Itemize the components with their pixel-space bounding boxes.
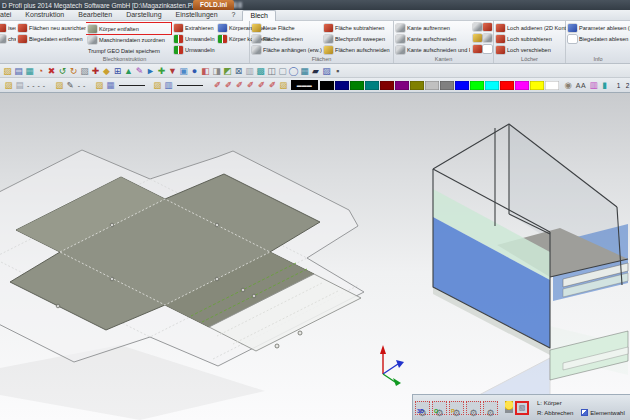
tool-icon-28[interactable]: ▦: [299, 65, 310, 77]
ribbon-button-koerper-entfalten[interactable]: Körper entfalten: [86, 23, 171, 34]
line-style-preview[interactable]: - - - -: [27, 82, 46, 89]
filter-point-icon[interactable]: ⚙P: [449, 401, 464, 415]
ribbon-button-flaechen-aufschneiden[interactable]: Flächen aufschneiden: [322, 44, 392, 55]
page-icon[interactable]: ▤: [14, 79, 25, 91]
edge-tool-icon[interactable]: [483, 45, 492, 53]
filter-3d-icon[interactable]: ⚙3D: [415, 401, 430, 415]
edge-tool-icon[interactable]: [473, 23, 482, 31]
tool-icon-29[interactable]: ▰: [310, 65, 321, 77]
menu-bearbeiten[interactable]: Bearbeiten: [71, 10, 119, 20]
tool-icon-13[interactable]: ✎: [134, 65, 145, 77]
tool-icon-14[interactable]: ►: [145, 65, 156, 77]
tool-icon-7[interactable]: ↻: [68, 65, 79, 77]
tool-icon-25[interactable]: ◫: [266, 65, 277, 77]
menu-hilfe[interactable]: ?: [225, 10, 243, 20]
layer-folder-icon[interactable]: ▨: [3, 79, 14, 91]
ribbon-button-flaechen-neu-ausrichten[interactable]: Flächen neu ausrichten: [16, 22, 86, 33]
line-width-display[interactable]: ▬▬▬: [291, 80, 318, 90]
tool-icon-6[interactable]: ↺: [57, 65, 68, 77]
color-swatch[interactable]: [515, 81, 529, 90]
tool-icon-11[interactable]: ⊞: [112, 65, 123, 77]
ribbon-button-parameter-ablesen[interactable]: Parameter ablesen (Faltt: [566, 22, 630, 33]
line-width-preview[interactable]: [119, 85, 145, 86]
menu-datei[interactable]: Datei: [0, 10, 18, 20]
separator-icon[interactable]: ▮: [599, 79, 610, 91]
layer-folder-icon[interactable]: ▨: [54, 79, 65, 91]
filter-mesh-icon[interactable]: ⚙: [483, 401, 498, 415]
tool-icon-4[interactable]: ◔: [35, 65, 46, 77]
filter-solid-icon[interactable]: ⚙: [466, 401, 481, 415]
style-icon[interactable]: ▥: [163, 79, 174, 91]
globe-icon[interactable]: ◉: [563, 79, 574, 91]
ribbon-button-loch-subtrahieren[interactable]: Loch subtrahieren: [494, 33, 566, 44]
tool-icon-5[interactable]: ✖: [46, 65, 57, 77]
line-style-preview[interactable]: - -: [78, 82, 86, 89]
tool-icon-24[interactable]: ▩: [255, 65, 266, 77]
color-swatch[interactable]: [425, 81, 439, 90]
ribbon-button-extrahieren[interactable]: Extrahieren: [172, 22, 216, 33]
color-swatch[interactable]: [440, 81, 454, 90]
tool-icon-30[interactable]: ▨: [321, 65, 332, 77]
color-swatch[interactable]: [410, 81, 424, 90]
tool-icon-16[interactable]: ▼: [167, 65, 178, 77]
tool-icon-8[interactable]: ▧: [79, 65, 90, 77]
color-swatch[interactable]: [335, 81, 349, 90]
ribbon-button-flaeche-editieren[interactable]: Fläche editieren: [250, 33, 322, 44]
redline-tool-icon[interactable]: ✐: [234, 79, 245, 91]
font-style-icon[interactable]: AA: [576, 82, 586, 89]
edge-tool-icon[interactable]: [483, 34, 492, 42]
edge-tool-icon[interactable]: [483, 23, 492, 31]
tool-icon-19[interactable]: ◧: [200, 65, 211, 77]
redline-tool-icon[interactable]: ✐: [256, 79, 267, 91]
tool-icon-22[interactable]: ⊠: [233, 65, 244, 77]
ribbon-button-kante-aufschneiden-flaeche[interactable]: Kante aufschneiden und Fläche anhängen: [394, 44, 470, 55]
color-swatch[interactable]: [455, 81, 469, 90]
color-swatch[interactable]: [320, 81, 334, 90]
pen-number[interactable]: 2: [623, 82, 630, 89]
layer-folder-icon[interactable]: ▨: [278, 79, 289, 91]
pen-number[interactable]: 1: [614, 82, 623, 89]
menu-einstellungen[interactable]: Einstellungen: [169, 10, 225, 20]
lamp-icon[interactable]: [505, 401, 513, 414]
tool-icon-21[interactable]: ◩: [222, 65, 233, 77]
layer-folder-icon[interactable]: ▨: [152, 79, 163, 91]
filter-object-icon[interactable]: ⚙O: [432, 401, 447, 415]
ribbon-button-flaeche-anhaengen[interactable]: Fläche anhängen (erw.): [250, 44, 322, 55]
tool-icon-15[interactable]: ✚: [156, 65, 167, 77]
redline-tool-icon[interactable]: ✐: [212, 79, 223, 91]
element-select-icon[interactable]: [581, 409, 588, 416]
ribbon-button-clipped-2[interactable]: chseln: [0, 33, 16, 44]
ribbon-button-umwandeln[interactable]: Umwandeln: [172, 33, 216, 44]
tool-icon-26[interactable]: ▢: [277, 65, 288, 77]
ribbon-button-clipped-1[interactable]: isen: [0, 22, 16, 33]
color-picker-icon[interactable]: ▥: [588, 79, 599, 91]
tool-icon-12[interactable]: ▲: [123, 65, 134, 77]
redline-tool-icon[interactable]: ✐: [267, 79, 278, 91]
color-swatch[interactable]: [350, 81, 364, 90]
menu-konstruktion[interactable]: Konstruktion: [18, 10, 71, 20]
ribbon-button-flaeche-subtrahieren[interactable]: Fläche subtrahieren: [322, 22, 392, 33]
ribbon-button-blechprofil-sweepen[interactable]: Blechprofil sweepen: [322, 33, 392, 44]
ribbon-button-biegedaten-ablesen[interactable]: Biegedaten ablesen (Abwi: [566, 33, 630, 44]
bin-3d-model[interactable]: [433, 124, 628, 380]
tool-icon-20[interactable]: ◨: [211, 65, 222, 77]
menu-darstellung[interactable]: Darstellung: [119, 10, 168, 20]
tool-icon-23[interactable]: ▥: [244, 65, 255, 77]
tool-icon-17[interactable]: ▣: [178, 65, 189, 77]
tool-icon-2[interactable]: ▤: [13, 65, 24, 77]
hatch-icon[interactable]: ▦: [105, 79, 116, 91]
ribbon-button-kante-auftrennen[interactable]: Kante auftrennen: [394, 22, 470, 33]
tool-icon-10[interactable]: ◆: [101, 65, 112, 77]
menu-blech[interactable]: Blech: [242, 10, 276, 21]
color-swatch[interactable]: [530, 81, 544, 90]
ribbon-button-loch-addieren[interactable]: Loch addieren (2D Kontur): [494, 22, 566, 33]
edge-tool-icon[interactable]: [473, 45, 482, 53]
tool-icon-3[interactable]: ▦: [24, 65, 35, 77]
tool-icon-18[interactable]: ●: [189, 65, 200, 77]
ribbon-button-biegedaten-entfernen[interactable]: Biegedaten entfernen: [16, 33, 86, 44]
redline-tool-icon[interactable]: ✐: [223, 79, 234, 91]
ribbon-button-loch-verschieben[interactable]: Loch verschieben: [494, 44, 566, 55]
color-swatch[interactable]: [485, 81, 499, 90]
color-swatch[interactable]: [500, 81, 514, 90]
redline-tool-icon[interactable]: ✐: [245, 79, 256, 91]
